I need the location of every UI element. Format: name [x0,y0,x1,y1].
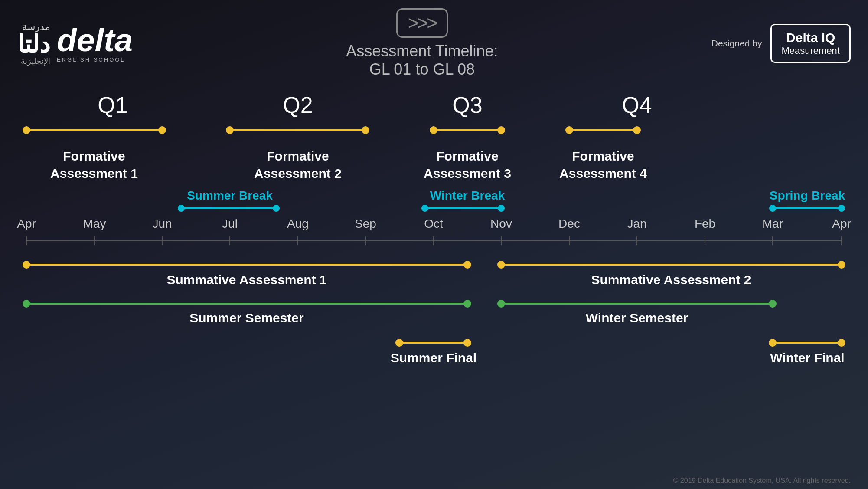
month-apr2: Apr [832,217,851,230]
q1-end-dot [158,126,166,134]
footer: © 2019 Delta Education System, USA. All … [673,477,851,485]
sa1-start-dot [23,261,30,269]
q2-label: Q2 [283,92,313,118]
q1-label: Q1 [98,92,127,118]
english-school-label: ENGLISH SCHOOL [57,56,125,63]
winter-break-label: Winter Break [430,189,505,202]
month-oct: Oct [424,217,443,230]
summer-sem-text: Summer Semester [189,311,304,325]
month-may: May [83,217,106,230]
sa2-text: Summative Assessment 2 [591,272,751,287]
q2-end-dot [362,126,369,134]
logo-area: مدرسة دلتا الإنجليزية delta ENGLISH SCHO… [17,21,133,66]
q3-end-dot [497,126,505,134]
fa3-line1: Formative [436,149,498,163]
winter-final-end [838,339,845,347]
winter-final-start [769,339,777,347]
q4-start-dot [565,126,573,134]
chevrons-icon: >>> [408,12,436,33]
right-branding: Designed by Delta IQ Measurement [711,24,851,63]
header: مدرسة دلتا الإنجليزية delta ENGLISH SCHO… [0,0,868,87]
month-mar: Mar [762,217,783,230]
spring-break-label: Spring Break [770,189,845,202]
winter-break-start [421,205,428,212]
month-aug: Aug [287,217,309,230]
fa2-line2: Assessment 2 [254,166,342,181]
summer-break-label: Summer Break [187,189,273,202]
month-dec: Dec [558,217,580,230]
month-nov: Nov [490,217,512,230]
q3-start-dot [430,126,437,134]
summer-final-end [463,339,471,347]
spring-break-start [769,205,776,212]
winter-sem-end [769,300,777,308]
arabic-logo: دلتا [17,33,50,56]
arabic-school: الإنجليزية [21,56,50,66]
sa1-text: Summative Assessment 1 [166,272,326,287]
delta-text: delta [57,24,133,56]
month-feb: Feb [695,217,715,230]
month-jun: Jun [152,217,172,230]
fa3-line2: Assessment 3 [424,166,511,181]
winter-sem-start [497,300,505,308]
winter-final-text: Winter Final [770,351,844,365]
delta-iq-box: Delta IQ Measurement [770,24,851,63]
q4-label: Q4 [622,92,652,118]
summer-final-text: Summer Final [391,351,476,365]
summer-break-start [178,205,185,212]
sa2-end-dot [838,261,845,269]
month-apr1: Apr [17,217,36,230]
summer-break-end [273,205,280,212]
sa2-start-dot [497,261,505,269]
summer-sem-end [463,300,471,308]
q3-label: Q3 [452,92,482,118]
delta-iq-brand: Delta IQ [781,30,840,45]
winter-break-end [498,205,505,212]
fa4-line2: Assessment 4 [559,166,647,181]
fa1-line2: Assessment 1 [50,166,138,181]
title-line1: Assessment Timeline: [346,42,498,60]
fa2-line1: Formative [267,149,329,163]
timeline-svg: Q1 Q2 Q3 Q4 Formative Assessment 1 Forma… [0,85,868,475]
fa1-line1: Formative [63,149,125,163]
center-title: >>> Assessment Timeline: GL 01 to GL 08 [346,8,498,79]
spring-break-end [838,205,845,212]
title-line2: GL 01 to GL 08 [346,60,498,79]
summer-final-start [395,339,403,347]
month-sep: Sep [355,217,376,230]
designed-by-text: Designed by [711,38,762,49]
fa4-line1: Formative [572,149,634,163]
sa1-end-dot [463,261,471,269]
month-jul: Jul [222,217,238,230]
q4-end-dot [633,126,641,134]
q2-start-dot [226,126,234,134]
summer-sem-start [23,300,30,308]
delta-iq-measurement: Measurement [781,45,840,56]
copyright-text: © 2019 Delta Education System, USA. All … [673,477,851,484]
month-jan: Jan [627,217,646,230]
q1-start-dot [23,126,30,134]
winter-sem-text: Winter Semester [586,311,689,325]
